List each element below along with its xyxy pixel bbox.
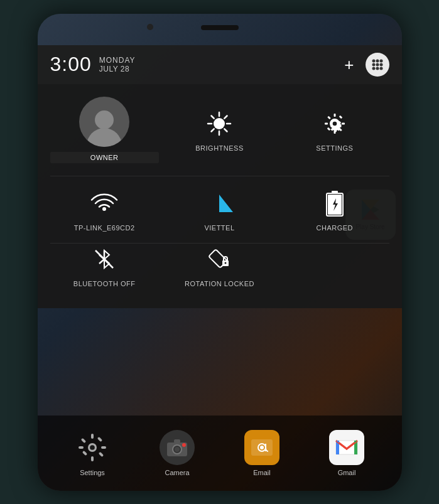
wifi-label: TP-LINK_E69CD2 [74, 224, 135, 232]
signal-label: VIETTEL [204, 224, 234, 232]
quick-panel: 3:00 MONDAY JULY 28 + [38, 45, 402, 491]
brightness-tile[interactable]: BRIGHTNESS [165, 108, 274, 152]
svg-point-4 [376, 63, 379, 66]
user-label: OWNER [50, 152, 159, 163]
avatar-head [95, 110, 114, 129]
battery-icon [319, 188, 350, 219]
svg-rect-20 [333, 114, 335, 117]
phone-camera [147, 24, 153, 30]
signal-icon [203, 188, 235, 219]
svg-rect-21 [333, 131, 335, 134]
svg-point-1 [376, 59, 379, 62]
qs-row-3: BLUETOOTH OFF ROTATION L [38, 244, 402, 299]
svg-point-3 [372, 63, 375, 66]
svg-point-9 [214, 118, 225, 129]
brightness-icon [203, 108, 235, 139]
grid-button[interactable] [366, 53, 389, 77]
qs-row-2: TP-LINK_E69CD2 VIETTEL [38, 176, 402, 243]
signal-tile[interactable]: VIETTEL [165, 188, 274, 232]
svg-line-16 [225, 115, 227, 118]
svg-rect-30 [332, 191, 338, 194]
clock: 3:00 [50, 53, 92, 76]
bluetooth-label: BLUETOOTH OFF [73, 280, 136, 287]
svg-line-14 [212, 115, 214, 118]
svg-line-15 [225, 129, 227, 131]
date-label: JULY 28 [99, 65, 136, 73]
svg-rect-22 [325, 122, 328, 124]
svg-point-8 [379, 67, 382, 70]
svg-point-0 [372, 59, 375, 62]
rotation-tile[interactable]: ROTATION LOCKED [165, 244, 274, 287]
day-label: MONDAY [99, 56, 136, 65]
rotation-label: ROTATION LOCKED [185, 280, 254, 287]
bluetooth-off-icon [89, 244, 120, 275]
svg-point-7 [376, 67, 379, 70]
svg-line-17 [212, 129, 214, 131]
bluetooth-tile[interactable]: BLUETOOTH OFF [50, 244, 159, 287]
add-button[interactable]: + [344, 56, 354, 73]
svg-rect-23 [342, 122, 345, 124]
battery-tile[interactable]: CHARGED [280, 188, 389, 232]
svg-point-6 [372, 67, 375, 70]
svg-line-34 [99, 259, 104, 264]
svg-point-19 [333, 121, 337, 126]
wifi-icon [89, 188, 120, 219]
empty-slot [280, 244, 389, 287]
settings-icon [319, 108, 350, 139]
svg-point-2 [379, 59, 382, 62]
battery-label: CHARGED [317, 224, 354, 232]
user-avatar [79, 97, 129, 147]
svg-point-39 [225, 262, 227, 264]
time-block: 3:00 MONDAY JULY 28 [50, 53, 136, 76]
rotation-locked-icon [203, 244, 235, 275]
header-actions: + [344, 53, 389, 77]
user-tile[interactable]: OWNER [50, 97, 159, 163]
status-bar: 3:00 MONDAY JULY 28 + [38, 45, 402, 84]
brightness-label: BRIGHTNESS [195, 144, 244, 152]
settings-label: SETTINGS [316, 144, 353, 152]
date-block: MONDAY JULY 28 [99, 56, 136, 73]
qs-panel: OWNER [38, 84, 402, 308]
svg-marker-28 [219, 195, 233, 212]
avatar-body [87, 128, 122, 147]
svg-point-5 [379, 63, 382, 66]
phone-frame: Play Store 3:00 MONDAY JULY 28 + [38, 14, 402, 491]
phone-speaker [201, 25, 239, 30]
wifi-tile[interactable]: TP-LINK_E69CD2 [50, 188, 159, 232]
user-row: OWNER [38, 90, 402, 176]
settings-tile[interactable]: SETTINGS [280, 108, 389, 152]
